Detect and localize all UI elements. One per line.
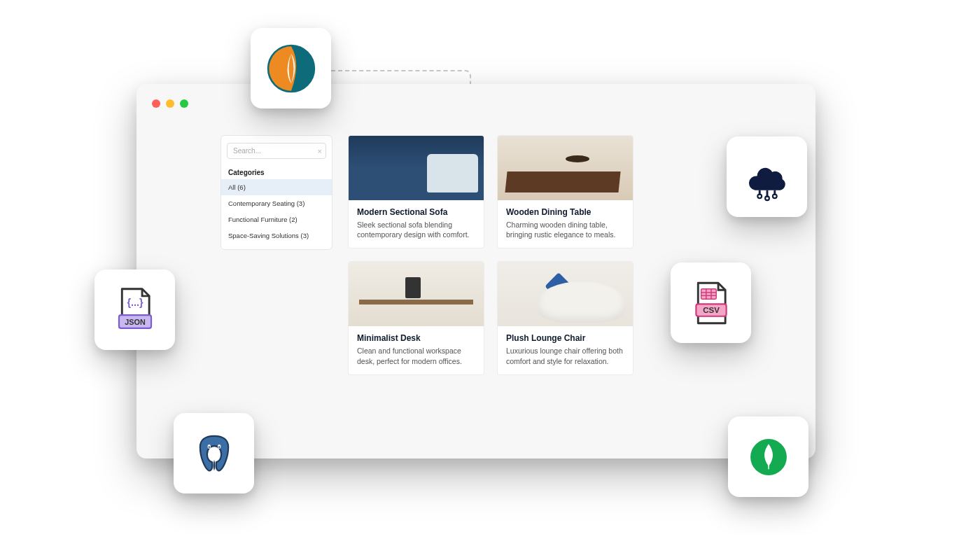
integration-tile-mysql[interactable] <box>251 28 331 108</box>
search-input[interactable] <box>227 143 326 159</box>
integration-tile-csv[interactable]: CSV <box>671 262 751 343</box>
integration-tile-postgres[interactable] <box>174 413 254 493</box>
product-title: Plush Lounge Chair <box>506 333 624 343</box>
product-title: Modern Sectional Sofa <box>357 207 475 217</box>
mysql-icon <box>266 43 316 94</box>
product-title: Wooden Dining Table <box>506 207 624 217</box>
category-item-all[interactable]: All (6) <box>221 179 332 195</box>
product-body: Modern Sectional Sofa Sleek sectional so… <box>349 200 484 248</box>
product-description: Charming wooden dining table, bringing r… <box>506 220 624 239</box>
product-image <box>349 136 484 200</box>
product-image <box>349 262 484 326</box>
integration-tile-cloud[interactable] <box>727 136 807 217</box>
product-image <box>498 136 633 200</box>
mongodb-icon <box>743 432 794 482</box>
window-minimize-button[interactable] <box>166 99 174 108</box>
sidebar-panel: × Categories All (6) Contemporary Seatin… <box>220 135 332 250</box>
svg-rect-22 <box>768 464 769 469</box>
svg-text:CSV: CSV <box>703 306 720 314</box>
window-controls <box>152 99 188 108</box>
sidebar-heading: Categories <box>221 164 332 179</box>
category-list: All (6) Contemporary Seating (3) Functio… <box>221 179 332 244</box>
svg-point-6 <box>772 194 776 198</box>
window-close-button[interactable] <box>152 99 160 108</box>
product-title: Minimalist Desk <box>357 333 475 343</box>
search-wrap: × <box>227 143 326 159</box>
svg-point-4 <box>757 194 762 198</box>
product-card[interactable]: Minimalist Desk Clean and functional wor… <box>348 261 484 374</box>
integration-tile-json[interactable]: {...} JSON <box>94 270 175 350</box>
category-item-functional-furniture[interactable]: Functional Furniture (2) <box>221 211 332 227</box>
svg-rect-7 <box>701 288 716 298</box>
integration-tile-mongo[interactable] <box>728 416 808 497</box>
svg-point-20 <box>218 446 220 447</box>
product-body: Wooden Dining Table Charming wooden dini… <box>498 200 633 248</box>
window-maximize-button[interactable] <box>180 99 188 108</box>
product-body: Plush Lounge Chair Luxurious lounge chai… <box>498 326 633 374</box>
category-item-contemporary-seating[interactable]: Contemporary Seating (3) <box>221 195 332 211</box>
json-icon: {...} JSON <box>110 285 160 335</box>
product-card[interactable]: Plush Lounge Chair Luxurious lounge chai… <box>497 261 634 374</box>
svg-point-19 <box>208 446 209 447</box>
product-description: Luxurious lounge chair offering both com… <box>506 346 624 365</box>
product-card[interactable]: Modern Sectional Sofa Sleek sectional so… <box>348 135 484 248</box>
category-item-space-saving[interactable]: Space-Saving Solutions (3) <box>221 227 332 244</box>
product-card[interactable]: Wooden Dining Table Charming wooden dini… <box>497 135 634 248</box>
cloud-icon <box>742 152 792 202</box>
svg-point-5 <box>765 196 769 200</box>
csv-icon: CSV <box>686 278 736 328</box>
product-description: Clean and functional workspace desk, per… <box>357 346 475 365</box>
svg-text:JSON: JSON <box>125 317 146 326</box>
clear-icon[interactable]: × <box>318 147 322 155</box>
product-body: Minimalist Desk Clean and functional wor… <box>349 326 484 374</box>
product-description: Sleek sectional sofa blending contempora… <box>357 220 475 239</box>
svg-text:{...}: {...} <box>127 297 144 308</box>
product-grid: Modern Sectional Sofa Sleek sectional so… <box>348 135 634 375</box>
postgres-icon <box>189 428 239 479</box>
product-image <box>498 262 633 326</box>
